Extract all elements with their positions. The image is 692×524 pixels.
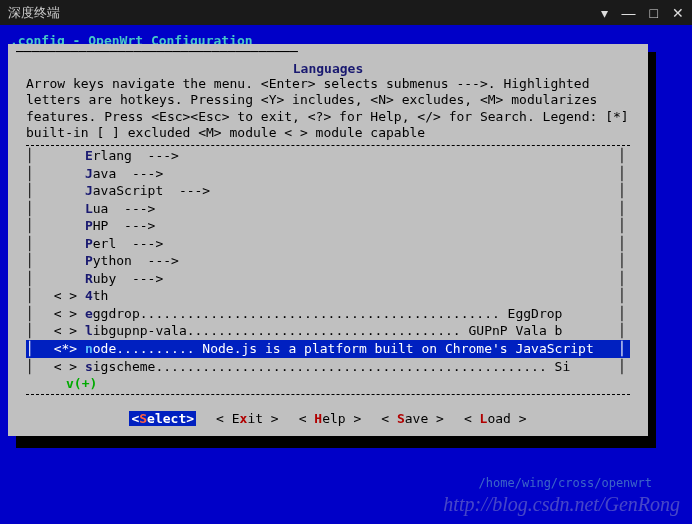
menu-hotkey: e — [85, 305, 93, 323]
button-hotkey: S — [397, 411, 405, 426]
menu-hotkey: n — [85, 340, 93, 358]
button-hotkey: S — [139, 411, 147, 426]
menu-item[interactable]: │ < > 4th│ — [26, 287, 630, 305]
menu-item[interactable]: │ Java --->│ — [26, 165, 630, 183]
menu-item[interactable]: │ < > eggdrop...........................… — [26, 305, 630, 323]
minimize-icon[interactable]: — — [622, 5, 636, 21]
menu-hotkey: l — [85, 322, 93, 340]
menu-item[interactable]: │ Python --->│ — [26, 252, 630, 270]
window-title: 深度终端 — [8, 4, 601, 22]
menu-hotkey: J — [85, 182, 93, 200]
menu-item[interactable]: │ <*> node.......... Node.js is a platfo… — [26, 340, 630, 358]
border-line: ──────────────────────────────────── — [16, 44, 640, 59]
window-controls: ▾ — □ ✕ — [601, 5, 684, 21]
menu-item[interactable]: │ Erlang --->│ — [26, 147, 630, 165]
action-button[interactable]: < Load > — [464, 411, 527, 426]
menu-list: │ Erlang --->││ Java --->││ JavaScript -… — [26, 145, 630, 395]
dropdown-icon[interactable]: ▾ — [601, 5, 608, 21]
panel-title: Languages — [293, 61, 363, 76]
menu-hotkey: s — [85, 358, 93, 376]
maximize-icon[interactable]: □ — [650, 5, 658, 21]
terminal-area: .config - OpenWrt Configuration ────────… — [0, 25, 692, 524]
menu-item[interactable]: │ PHP --->│ — [26, 217, 630, 235]
menu-hotkey: R — [85, 270, 93, 288]
menuconfig-panel: ──────────────────────────────────── Lan… — [8, 44, 648, 436]
action-button[interactable]: < Save > — [381, 411, 444, 426]
menu-hotkey: L — [85, 200, 93, 218]
menu-item[interactable]: │ < > sigscheme.........................… — [26, 358, 630, 376]
close-icon[interactable]: ✕ — [672, 5, 684, 21]
menu-hotkey: E — [85, 147, 93, 165]
menu-hotkey: 4 — [85, 287, 93, 305]
more-indicator: v(+) — [26, 375, 630, 393]
menu-hotkey: J — [85, 165, 93, 183]
action-button[interactable]: < Help > — [299, 411, 362, 426]
menu-item[interactable]: │ < > libgupnp-vala.....................… — [26, 322, 630, 340]
menu-item[interactable]: │ Ruby --->│ — [26, 270, 630, 288]
menu-hotkey: P — [85, 217, 93, 235]
menu-hotkey: P — [85, 235, 93, 253]
path-hint: /home/wing/cross/openwrt — [479, 476, 652, 490]
action-button[interactable]: < Exit > — [216, 411, 279, 426]
select-button[interactable]: <Select> — [129, 411, 196, 426]
help-text: Arrow keys navigate the menu. <Enter> se… — [8, 76, 648, 141]
menu-item[interactable]: │ Perl --->│ — [26, 235, 630, 253]
menu-item[interactable]: │ JavaScript --->│ — [26, 182, 630, 200]
button-hotkey: H — [314, 411, 322, 426]
button-row: <Select>< Exit >< Help >< Save >< Load > — [8, 405, 648, 436]
window-titlebar: 深度终端 ▾ — □ ✕ — [0, 0, 692, 25]
menu-item[interactable]: │ Lua --->│ — [26, 200, 630, 218]
menu-hotkey: P — [85, 252, 93, 270]
